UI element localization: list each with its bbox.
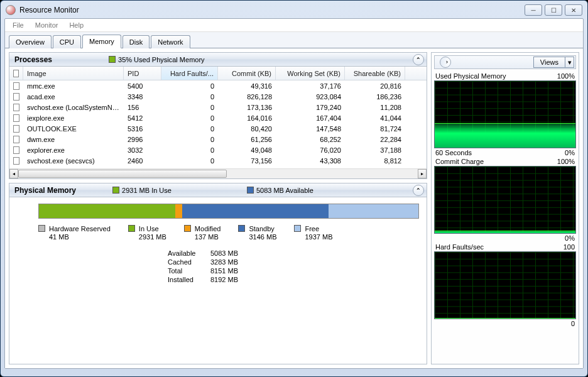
cell: svchost.exe (LocalSystemNet... [23,104,124,111]
cell: 0 [161,146,218,154]
column-header[interactable]: Shareable (KB) [345,67,405,80]
graphs-pane-header: ⌃ Views ▾ [434,55,576,69]
menu-monitor[interactable]: Monitor [30,20,63,30]
collapse-processes-button[interactable]: ⌃ [413,54,424,65]
cell: 22,284 [345,136,405,143]
views-button[interactable]: Views ▾ [533,57,574,68]
cell: 5400 [124,82,161,90]
tab-network[interactable]: Network [151,35,190,48]
in-use-swatch [112,187,119,194]
legend-swatch [294,225,301,232]
in-use-text: 2931 MB In Use [122,187,172,194]
minimize-button[interactable]: ─ [525,4,542,16]
column-header[interactable]: Working Set (KB) [276,67,345,80]
tab-overview[interactable]: Overview [9,35,52,48]
memory-bar-segment [182,204,329,218]
stat-row: Installed8192 MB [168,275,419,284]
close-button[interactable]: ✕ [565,4,582,16]
select-all-checkbox[interactable] [13,70,19,77]
processes-title: Processes [14,55,52,64]
graph-footer-right: 0 [571,320,575,327]
processes-table-body[interactable]: mmc.exe5400049,31637,17620,816acad.exe33… [9,80,427,168]
cell: 923,084 [276,93,345,101]
processes-summary: 35% Used Physical Memory [109,56,205,63]
tabbar: OverviewCPUMemoryDiskNetwork [5,32,583,48]
collapse-graphs-button[interactable]: ⌃ [440,57,451,68]
cell: iexplore.exe [23,114,124,122]
column-header[interactable]: Hard Faults/... [161,67,218,80]
row-checkbox[interactable] [13,114,19,122]
stat-row: Cached3283 MB [168,258,419,266]
horizontal-scrollbar[interactable]: ◂ ▸ [9,168,427,178]
cell: 20,816 [345,82,405,90]
cell: 0 [161,93,218,101]
row-checkbox[interactable] [13,104,19,111]
legend-swatch [238,225,245,232]
table-row[interactable]: iexplore.exe54120164,016167,40441,044 [9,112,427,123]
column-header[interactable]: Commit (KB) [218,67,276,80]
menu-help[interactable]: Help [64,20,89,30]
table-row[interactable]: OUTLOOK.EXE5316080,420147,54881,724 [9,123,427,134]
processes-header[interactable]: Processes 35% Used Physical Memory ⌃ [9,53,427,67]
row-checkbox[interactable] [13,146,19,154]
cell: 8,812 [345,157,405,165]
row-checkbox[interactable] [13,157,19,165]
physical-memory-title: Physical Memory [14,186,76,195]
cell: 3348 [124,93,161,101]
graph-block: Hard Faults/sec1000 [434,243,576,328]
table-row[interactable]: svchost.exe (secsvcs)2460073,15643,3088,… [9,155,427,166]
tab-memory[interactable]: Memory [82,35,121,48]
cell: 186,236 [345,93,405,101]
scroll-right-button[interactable]: ▸ [418,169,427,178]
scroll-thumb[interactable] [18,170,227,178]
tab-cpu[interactable]: CPU [53,35,81,48]
stat-label: Total [168,266,203,275]
cell: svchost.exe (secsvcs) [23,157,124,165]
graph-footer-left: 60 Seconds [435,149,472,156]
maximize-button[interactable]: ☐ [545,4,562,16]
cell: acad.exe [23,93,124,101]
menu-file[interactable]: File [8,20,29,30]
cell: 2460 [124,157,161,165]
legend-text: In Use2931 MB [139,225,166,241]
table-row[interactable]: dwm.exe2996061,25668,25222,284 [9,134,427,145]
legend-item: In Use2931 MB [128,225,166,241]
collapse-physical-button[interactable]: ⌃ [413,185,424,196]
cell: 0 [161,157,218,165]
legend-item: Hardware Reserved41 MB [38,225,111,241]
stat-value: 5083 MB [210,249,238,258]
row-checkbox[interactable] [13,93,19,101]
cell: 37,188 [345,146,405,154]
available-swatch [247,187,254,194]
legend-text: Hardware Reserved41 MB [49,225,111,241]
cell: 167,404 [276,114,345,122]
cell: mmc.exe [23,82,124,90]
cell: 826,128 [218,93,276,101]
physical-memory-header[interactable]: Physical Memory 2931 MB In Use 5083 MB A… [9,183,427,197]
in-use-summary: 2931 MB In Use [112,187,172,194]
available-summary: 5083 MB Available [247,187,313,194]
table-row[interactable]: svchost.exe (LocalSystemNet...1560173,13… [9,102,427,112]
row-checkbox[interactable] [13,82,19,90]
graph-block: Commit Charge100%0% [434,157,576,243]
client-area: FileMonitorHelp OverviewCPUMemoryDiskNet… [4,18,584,369]
row-checkbox[interactable] [13,136,19,143]
cell: 73,156 [218,157,276,165]
views-dropdown-icon[interactable]: ▾ [565,57,574,67]
column-header[interactable]: Image [23,67,124,80]
table-row[interactable]: mmc.exe5400049,31637,17620,816 [9,80,427,91]
tab-disk[interactable]: Disk [122,35,150,48]
cell: 80,420 [218,125,276,133]
cell: 0 [161,82,218,90]
memory-bar-segment [39,204,175,218]
titlebar[interactable]: Resource Monitor ─ ☐ ✕ [4,4,584,18]
column-header[interactable]: PID [124,67,161,80]
row-checkbox[interactable] [13,125,19,133]
graph-title: Used Physical Memory [435,72,506,80]
scroll-left-button[interactable]: ◂ [9,169,18,178]
table-row[interactable]: acad.exe33480826,128923,084186,236 [9,91,427,102]
memory-stats: Available5083 MBCached3283 MBTotal8151 M… [168,249,419,284]
cell: 61,256 [218,136,276,143]
table-row[interactable]: explorer.exe3032049,04876,02037,188 [9,145,427,155]
legend-swatch [128,225,135,232]
